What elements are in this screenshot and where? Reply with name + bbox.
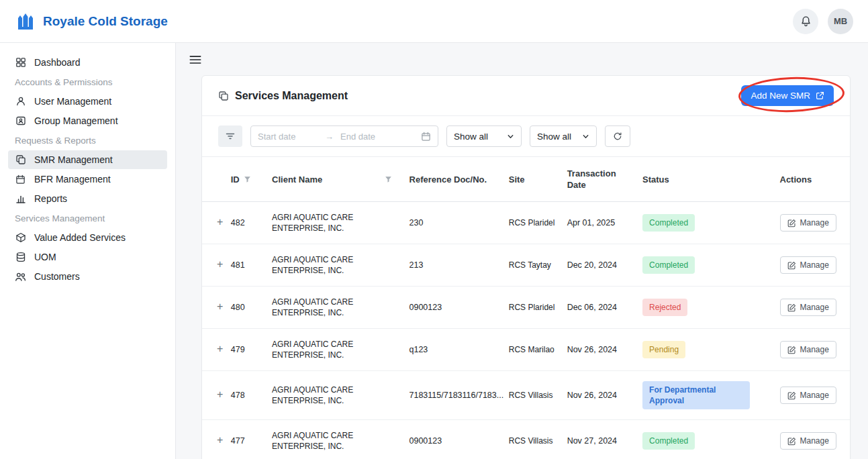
refresh-icon <box>613 132 622 141</box>
status-badge: Pending <box>642 341 685 358</box>
sidebar-item-group-management[interactable]: Group Management <box>8 111 167 130</box>
client-filter-funnel-icon[interactable] <box>385 176 392 183</box>
sidebar-item-bfr-management[interactable]: BFR Management <box>8 170 167 189</box>
sidebar-section-accounts-permissions: Accounts & Permissions <box>8 72 167 91</box>
column-header-transaction-date: Transaction Date <box>562 157 637 202</box>
expand-row-button[interactable]: + <box>217 436 223 445</box>
brand-title: Royale Cold Storage <box>43 14 168 29</box>
manage-button-label: Manage <box>800 303 829 312</box>
sidebar-item-customers[interactable]: Customers <box>8 267 167 286</box>
people-icon <box>15 271 26 283</box>
sidebar-item-label: Group Management <box>34 115 118 127</box>
edit-pencil-icon <box>787 303 796 312</box>
manage-button[interactable]: Manage <box>780 387 836 404</box>
id-filter-funnel-icon[interactable] <box>244 176 251 183</box>
manage-button-label: Manage <box>800 436 829 446</box>
smr-table: ID Client Name Reference Doc/No. Site <box>202 157 850 459</box>
status-badge: Completed <box>642 214 695 232</box>
expand-row-button[interactable]: + <box>217 390 223 399</box>
notifications-button[interactable] <box>793 9 818 34</box>
expand-row-button[interactable]: + <box>217 302 223 311</box>
end-date-input[interactable] <box>340 132 391 142</box>
external-link-icon <box>816 91 824 100</box>
status-badge: Completed <box>642 432 695 450</box>
smr-table-body: + 482 AGRI AQUATIC CARE ENTERPRISE, INC.… <box>202 202 850 459</box>
sidebar-item-label: UOM <box>34 251 56 263</box>
manage-button-label: Manage <box>800 345 829 354</box>
table-row: + 478 AGRI AQUATIC CARE ENTERPRISE, INC.… <box>202 371 850 420</box>
calendar-icon <box>421 132 431 142</box>
manage-button[interactable]: Manage <box>780 341 836 358</box>
sidebar-item-dashboard[interactable]: Dashboard <box>8 53 167 72</box>
expand-row-button[interactable]: + <box>217 260 223 269</box>
range-arrow: → <box>325 132 334 142</box>
filter-bar: → Show all Show all <box>202 116 850 157</box>
edit-pencil-icon <box>787 437 796 446</box>
page-title: Services Management <box>235 90 348 102</box>
manage-button[interactable]: Manage <box>780 214 836 232</box>
row-client-name: AGRI AQUATIC CARE ENTERPRISE, INC. <box>267 420 403 459</box>
menu-toggle-button[interactable] <box>187 51 204 68</box>
copy-icon <box>15 154 26 165</box>
manage-button-label: Manage <box>800 391 829 400</box>
bell-icon <box>800 15 812 27</box>
status-badge: Completed <box>642 256 695 274</box>
row-reference-doc: 0900123 <box>404 287 503 329</box>
hamburger-icon <box>188 52 203 67</box>
row-reference-doc: 213 <box>404 244 503 287</box>
add-new-smr-button[interactable]: Add New SMR <box>741 85 834 106</box>
start-date-input[interactable] <box>258 132 318 142</box>
column-header-status: Status <box>637 157 774 202</box>
table-row: + 479 AGRI AQUATIC CARE ENTERPRISE, INC.… <box>202 329 850 371</box>
filter-toggle-button[interactable] <box>218 125 242 147</box>
filter-select-1[interactable]: Show all <box>446 125 522 147</box>
date-range-picker[interactable]: → <box>250 125 438 147</box>
topbar-actions: MB <box>793 9 853 34</box>
row-id: 477 <box>226 420 267 459</box>
table-header-row: ID Client Name Reference Doc/No. Site <box>202 157 850 202</box>
filter-select-2[interactable]: Show all <box>530 125 597 147</box>
sidebar-item-value-added-services[interactable]: Value Added Services <box>8 228 167 247</box>
expand-row-button[interactable]: + <box>217 217 223 227</box>
edit-pencil-icon <box>787 219 796 227</box>
filter-select-2-value: Show all <box>537 132 571 142</box>
row-reference-doc: 0900123 <box>404 420 503 459</box>
row-reference-doc: 230 <box>404 202 503 244</box>
refresh-button[interactable] <box>605 125 630 147</box>
sidebar-item-uom[interactable]: UOM <box>8 248 167 266</box>
bar-chart-icon <box>15 193 26 204</box>
row-site: RCS Marilao <box>503 329 562 371</box>
table-row: + 480 AGRI AQUATIC CARE ENTERPRISE, INC.… <box>202 287 850 329</box>
database-icon <box>15 252 26 262</box>
row-site: RCS Villasis <box>503 420 562 459</box>
column-header-id: ID <box>231 174 240 185</box>
row-client-name: AGRI AQUATIC CARE ENTERPRISE, INC. <box>267 244 403 287</box>
sidebar-item-smr-management[interactable]: SMR Management <box>8 150 167 169</box>
row-transaction-date: Nov 26, 2024 <box>562 329 637 371</box>
sidebar-item-user-management[interactable]: User Management <box>8 92 167 111</box>
column-header-expand <box>202 157 226 202</box>
services-management-card: Services Management Add New SMR → <box>201 75 851 459</box>
avatar[interactable]: MB <box>828 9 853 34</box>
manage-button[interactable]: Manage <box>780 432 836 450</box>
sidebar-item-label: BFR Management <box>34 173 111 185</box>
table-row: + 481 AGRI AQUATIC CARE ENTERPRISE, INC.… <box>202 244 850 287</box>
status-badge: Rejected <box>642 299 687 316</box>
row-client-name: AGRI AQUATIC CARE ENTERPRISE, INC. <box>267 371 403 420</box>
manage-button[interactable]: Manage <box>780 256 836 274</box>
castle-logo-icon <box>15 11 36 32</box>
row-transaction-date: Nov 27, 2024 <box>562 420 637 459</box>
add-new-smr-label: Add New SMR <box>751 91 810 101</box>
group-box-icon <box>15 115 26 126</box>
expand-row-button[interactable]: + <box>217 344 223 354</box>
brand[interactable]: Royale Cold Storage <box>15 11 168 32</box>
row-id: 479 <box>226 329 267 371</box>
manage-button-label: Manage <box>800 218 829 227</box>
row-client-name: AGRI AQUATIC CARE ENTERPRISE, INC. <box>267 329 403 371</box>
row-id: 478 <box>226 371 267 420</box>
sidebar-nav: DashboardAccounts & PermissionsUser Mana… <box>0 43 176 459</box>
row-transaction-date: Nov 26, 2024 <box>562 371 637 420</box>
filter-lines-icon <box>225 131 236 142</box>
sidebar-item-reports[interactable]: Reports <box>8 189 167 208</box>
manage-button[interactable]: Manage <box>780 299 836 316</box>
